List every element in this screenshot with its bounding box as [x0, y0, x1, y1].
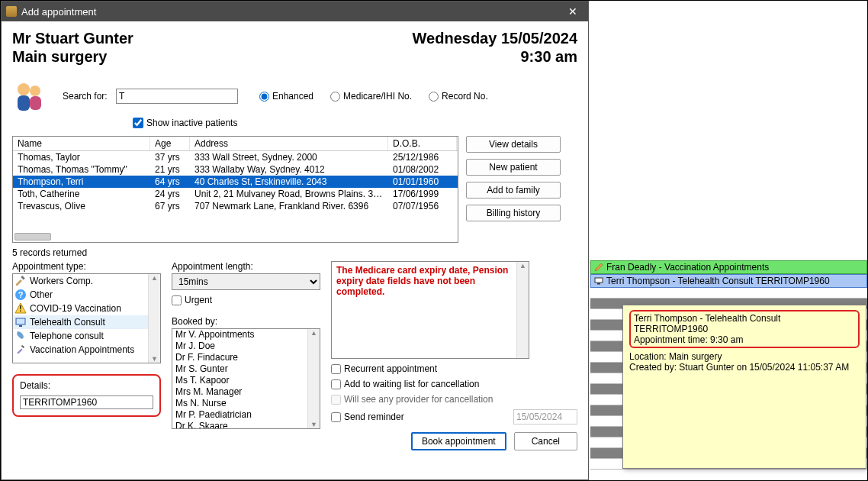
table-row[interactable]: Toth, Catherine24 yrsUnit 2, 21 Mulvaney… [13, 188, 458, 200]
location-name: Main surgery [12, 47, 133, 66]
table-header: Name Age Address D.O.B. [13, 137, 458, 151]
any-provider-check: Will see any provider for cancellation [331, 394, 577, 405]
svg-rect-9 [19, 325, 22, 327]
table-row[interactable]: Thomas, Thomas "Tommy"21 yrs333 Wallaby … [13, 163, 458, 176]
appointment-type-list[interactable]: Workers Comp.?Other!COVID-19 Vaccination… [12, 273, 161, 363]
details-label: Details: [20, 380, 153, 391]
appointment-type-item[interactable]: Workers Comp. [13, 274, 160, 288]
tooltip-created: Created by: Stuart Gunter on 15/05/2024 … [629, 362, 860, 373]
appointment-type-label: Appointment type: [12, 261, 161, 272]
booked-by-item[interactable]: Ms N. Nurse [172, 398, 320, 409]
header-left: Mr Stuart Gunter Main surgery [12, 29, 133, 66]
hscroll-thumb[interactable] [14, 233, 51, 240]
warning-message: The Medicare card expiry date, Pension e… [331, 261, 529, 359]
monitor-icon [594, 276, 603, 286]
scrollbar[interactable]: ▲ [516, 262, 529, 358]
header-right: Wednesday 15/05/2024 9:30 am [413, 29, 577, 66]
booked-by-list[interactable]: Mr V. AppointmentsMr J. DoeDr F. Findacu… [172, 328, 320, 429]
svg-rect-8 [16, 318, 25, 324]
provider-name: Mr Stuart Gunter [12, 29, 133, 47]
booked-by-item[interactable]: Mr V. Appointments [172, 329, 320, 341]
search-input[interactable] [116, 89, 238, 104]
add-appointment-dialog: Add appointment ✕ Mr Stuart Gunter Main … [1, 1, 589, 480]
appointment-slot-green[interactable]: Fran Deadly - Vaccination Appointments [590, 260, 867, 274]
svg-rect-10 [17, 348, 22, 353]
appointment-length-label: Appointment length: [172, 261, 320, 272]
records-returned: 5 records returned [12, 247, 577, 258]
svg-rect-4 [21, 276, 25, 280]
close-icon[interactable]: ✕ [562, 4, 583, 19]
booked-by-item[interactable]: Mr S. Gunter [172, 363, 320, 375]
titlebar: Add appointment ✕ [2, 2, 588, 21]
appointment-type-item[interactable]: Telephone consult [13, 329, 160, 343]
add-to-family-button[interactable]: Add to family [466, 182, 561, 199]
svg-point-0 [18, 83, 30, 95]
search-label: Search for: [63, 91, 116, 102]
reminder-date-input[interactable] [513, 409, 577, 425]
warning-icon: ! [14, 302, 27, 315]
radio-record[interactable]: Record No. [429, 91, 488, 102]
svg-rect-3 [30, 96, 41, 110]
monitor-icon [14, 316, 27, 328]
appointment-length-select[interactable]: 15mins [172, 273, 320, 290]
cancel-button[interactable]: Cancel [514, 432, 577, 450]
pencil-icon [594, 263, 603, 272]
billing-history-button[interactable]: Billing history [466, 205, 561, 221]
appointment-date: Wednesday 15/05/2024 [413, 29, 577, 47]
svg-text:?: ? [18, 290, 24, 299]
svg-rect-11 [21, 345, 24, 348]
details-input[interactable] [20, 395, 153, 409]
show-inactive-check[interactable]: Show inactive patients [133, 118, 577, 128]
booked-by-label: Booked by: [172, 316, 320, 327]
booked-by-item[interactable]: Mrs M. Manager [172, 386, 320, 398]
svg-text:!: ! [19, 305, 21, 313]
window-title: Add appointment [21, 6, 562, 18]
appointment-type-item[interactable]: ?Other [13, 288, 160, 302]
booked-by-item[interactable]: Dr F. Findacure [172, 352, 320, 363]
svg-rect-13 [597, 283, 600, 285]
table-row[interactable]: Thomas, Taylor37 yrs333 Wall Street, Syd… [13, 151, 458, 163]
slot-label: Fran Deadly - Vaccination Appointments [606, 262, 769, 273]
table-row[interactable]: Thompson, Terri64 yrs40 Charles St, Ersk… [13, 176, 458, 188]
slot-label: Terri Thompson - Telehealth Consult TERR… [606, 276, 830, 286]
details-box: Details: [12, 374, 161, 417]
waitlist-check[interactable]: Add to waiting list for cancellation [331, 379, 577, 389]
table-row[interactable]: Trevascus, Olive67 yrs707 Newmark Lane, … [13, 200, 458, 212]
app-icon [6, 6, 17, 17]
svg-rect-1 [18, 95, 30, 111]
tooltip-title: Terri Thompson - Telehealth Consult TERR… [634, 313, 855, 334]
svg-point-2 [30, 86, 40, 96]
recurrent-check[interactable]: Recurrent appointment [331, 363, 577, 374]
book-appointment-button[interactable]: Book appointment [411, 432, 506, 450]
booked-by-item[interactable]: Mr J. Doe [172, 341, 320, 352]
phone-icon [14, 330, 27, 342]
booked-by-item[interactable]: Dr K. Skaare [172, 421, 320, 429]
appointment-tooltip: Terri Thompson - Telehealth Consult TERR… [622, 305, 866, 469]
people-icon [12, 79, 46, 113]
patient-table[interactable]: Name Age Address D.O.B. Thomas, Taylor37… [12, 136, 458, 243]
reminder-label: Send reminder [344, 412, 510, 422]
new-patient-button[interactable]: New patient [466, 159, 561, 176]
scrollbar[interactable]: ▲▼ [148, 274, 160, 363]
urgent-check[interactable]: Urgent [172, 295, 320, 305]
radio-medicare[interactable]: Medicare/IHI No. [330, 91, 412, 102]
radio-enhanced[interactable]: Enhanced [259, 91, 313, 102]
hammer-icon [14, 275, 27, 287]
appointment-slot-blue[interactable]: Terri Thompson - Telehealth Consult TERR… [590, 274, 867, 288]
tooltip-location: Location: Main surgery [629, 351, 860, 362]
booked-by-item[interactable]: Mr P. Paediatrician [172, 409, 320, 421]
reminder-check[interactable] [331, 412, 341, 422]
appointment-time: 9:30 am [413, 47, 577, 66]
view-details-button[interactable]: View details [466, 136, 561, 153]
appointment-type-item[interactable]: !COVID-19 Vaccination [13, 302, 160, 315]
svg-rect-12 [595, 278, 603, 282]
tooltip-time: Appointment time: 9:30 am [634, 334, 855, 345]
syringe-icon [14, 344, 27, 356]
appointment-type-item[interactable]: Telehealth Consult [13, 315, 160, 329]
scrollbar[interactable]: ▲▼ [307, 329, 320, 428]
appointment-type-item[interactable]: Vaccination Appointments [13, 343, 160, 357]
booked-by-item[interactable]: Ms T. Kapoor [172, 375, 320, 386]
question-icon: ? [14, 289, 27, 301]
